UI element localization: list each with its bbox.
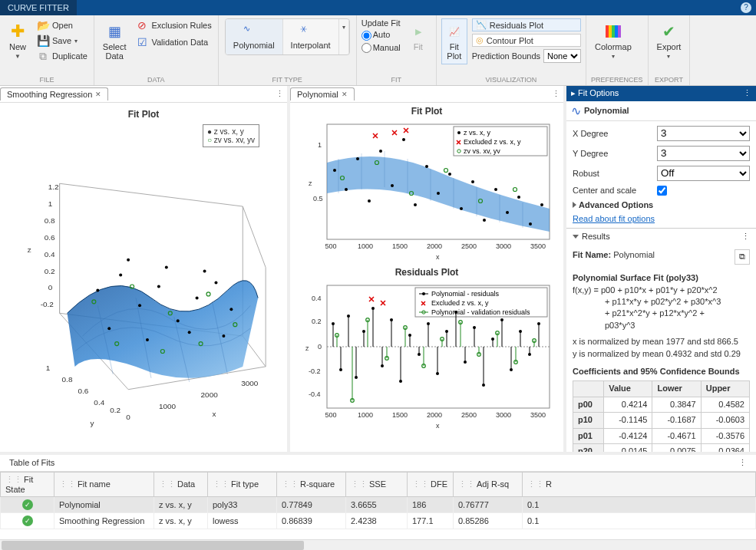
auto-radio[interactable]: Auto	[361, 30, 401, 41]
fit-type-more[interactable]: ▾	[339, 19, 349, 54]
export-button[interactable]: ✔ Export ▾	[653, 18, 685, 64]
svg-text:-0.2: -0.2	[309, 367, 321, 375]
section-label: FILE	[5, 74, 89, 85]
coefficients-table: ValueLowerUpper p000.42140.38470.4582 p1…	[573, 380, 750, 452]
svg-point-146	[427, 322, 430, 325]
prediction-bounds-select[interactable]: None	[543, 49, 581, 63]
table-row: p000.42140.38470.4582	[573, 397, 750, 412]
plot-title: Fit Plot	[6, 109, 281, 120]
copy-button[interactable]: ⧉	[735, 249, 750, 265]
horizontal-scrollbar[interactable]	[0, 539, 756, 550]
svg-text:3000: 3000	[496, 242, 511, 250]
svg-point-73	[494, 188, 497, 191]
svg-text:2000: 2000	[427, 242, 442, 250]
svg-point-76	[529, 222, 532, 226]
svg-point-77	[540, 203, 543, 206]
colormap-button[interactable]: Colormap ▾	[591, 18, 636, 64]
svg-text:3500: 3500	[530, 411, 546, 419]
center-scale-checkbox[interactable]	[657, 186, 667, 196]
robust-select[interactable]: Off	[657, 166, 750, 181]
svg-text:500: 500	[325, 242, 336, 250]
svg-text:3000: 3000	[241, 379, 259, 387]
tab-menu-icon[interactable]: ⋮	[276, 89, 284, 99]
svg-point-71	[471, 180, 474, 183]
fit-plot-icon: 📈	[445, 22, 464, 41]
svg-point-13	[229, 308, 233, 311]
svg-point-19	[165, 266, 168, 269]
table-row: p10-0.1145-0.1687-0.0603	[573, 413, 750, 428]
svg-text:z: z	[309, 179, 312, 187]
fit-button[interactable]: ▶ Fit	[405, 18, 431, 55]
panel-menu-icon[interactable]: ⋮	[741, 232, 750, 242]
svg-point-16	[188, 331, 191, 334]
svg-point-81	[444, 169, 448, 173]
open-button[interactable]: 📂 Open	[35, 18, 89, 32]
svg-point-75	[517, 196, 520, 199]
residuals-plot[interactable]: Polynomial - residuals Excluded z vs. x,…	[293, 278, 560, 431]
svg-point-83	[513, 188, 517, 192]
pane-fit-options: ▸ Fit Options ⋮ ∿ Polynomial X Degree3 Y…	[566, 86, 756, 452]
table-of-fits-title: Table of Fits	[9, 458, 54, 468]
svg-text:2500: 2500	[461, 411, 477, 419]
svg-point-62	[368, 199, 371, 203]
svg-text:3000: 3000	[496, 411, 511, 419]
pane-polynomial: Polynomial✕ ⋮ Fit Plot	[290, 86, 566, 452]
help-icon[interactable]: ?	[741, 2, 751, 13]
fit-type-polynomial[interactable]: ∿ Polynomial	[226, 19, 283, 54]
residuals-plot-button[interactable]: 📉 Residuals Plot	[472, 18, 581, 31]
duplicate-button[interactable]: ⧉ Duplicate	[35, 49, 89, 63]
app-tab[interactable]: CURVE FITTER	[0, 0, 77, 15]
new-button[interactable]: ✚ New ▼	[5, 18, 31, 64]
tab-menu-icon[interactable]: ⋮	[552, 89, 560, 99]
svg-text:1000: 1000	[159, 402, 177, 410]
svg-text:x: x	[436, 422, 440, 430]
svg-point-142	[390, 318, 393, 321]
svg-point-151	[473, 326, 476, 329]
robust-label: Robust	[573, 169, 657, 178]
svg-text:0.4: 0.4	[94, 398, 104, 407]
svg-point-147	[436, 372, 439, 375]
tab-smoothing-regression[interactable]: Smoothing Regression✕	[0, 87, 108, 100]
svg-text:x: x	[436, 253, 440, 261]
table-row[interactable]: ✓ Polynomialz vs. x, ypoly33 0.778493.66…	[1, 497, 756, 513]
read-about-fit-options-link[interactable]: Read about fit options	[573, 214, 750, 223]
toolbar-ribbon: ✚ New ▼ 📂 Open 💾 Save ▾ ⧉ Duplicate	[0, 15, 756, 86]
svg-text:1: 1	[46, 364, 51, 372]
close-icon[interactable]: ✕	[342, 91, 348, 98]
fit-plot-button[interactable]: 📈 Fit Plot	[441, 18, 467, 64]
svg-point-136	[339, 368, 342, 371]
y-degree-select[interactable]: 3	[657, 146, 750, 161]
svg-text:1500: 1500	[392, 242, 408, 250]
validation-data-button[interactable]: ☑ Validation Data	[134, 35, 213, 49]
table-row[interactable]: ✓ Smoothing Regressionz vs. x, ylowess 0…	[1, 513, 756, 529]
svg-point-141	[381, 364, 384, 367]
chevron-down-icon: ▾	[342, 24, 345, 31]
svg-point-24	[206, 292, 210, 296]
svg-text:0.8: 0.8	[62, 375, 73, 384]
section-fit: Update Fit Auto Manual ▶ Fit FIT	[357, 15, 437, 85]
x-degree-select[interactable]: 3	[657, 126, 750, 141]
tab-polynomial[interactable]: Polynomial✕	[290, 87, 355, 100]
fit-plot-2d[interactable]: z vs. x, y Excluded z vs. x, y zv vs. xv…	[293, 117, 560, 262]
fit-type-interpolant[interactable]: ⚹ Interpolant	[283, 19, 339, 54]
panel-menu-icon[interactable]: ⋮	[743, 88, 751, 98]
panel-menu-icon[interactable]: ⋮	[738, 458, 747, 468]
svg-text:0.5: 0.5	[313, 195, 323, 203]
svg-point-8	[138, 304, 141, 307]
plus-icon: ✚	[8, 22, 27, 41]
contour-plot-button[interactable]: ◎ Contour Plot	[472, 34, 581, 47]
section-label: VISUALIZATION	[441, 74, 581, 85]
svg-rect-1	[609, 25, 612, 38]
manual-radio[interactable]: Manual	[361, 43, 401, 54]
svg-text:Excluded z vs. x, y: Excluded z vs. x, y	[464, 138, 521, 146]
save-button[interactable]: 💾 Save ▾	[35, 34, 89, 48]
exclusion-rules-button[interactable]: ⊘ Exclusion Rules	[134, 18, 213, 32]
advanced-options-toggle[interactable]: Advanced Options	[573, 200, 750, 209]
table-row: p200.0145-0.00750.0364	[573, 443, 750, 452]
fit-plot-3d[interactable]: 1.2 1 0.8 0.6 0.4 0.2 0 -0.2 1 0.8 0.6 0…	[6, 120, 281, 446]
svg-point-105	[422, 292, 425, 295]
select-data-button[interactable]: ▦ Select Data	[99, 18, 130, 64]
close-icon[interactable]: ✕	[95, 91, 101, 98]
results-header[interactable]: Results ⋮	[566, 228, 756, 245]
svg-point-64	[391, 184, 394, 187]
